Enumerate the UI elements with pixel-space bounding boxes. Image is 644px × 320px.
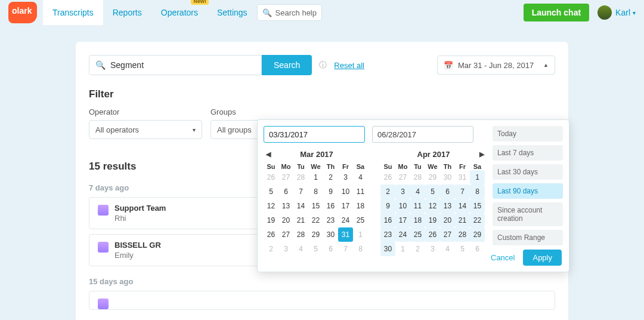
calendar-day[interactable]: 22 bbox=[470, 213, 485, 227]
calendar-day[interactable]: 13 bbox=[440, 199, 455, 213]
calendar-day[interactable]: 27 bbox=[278, 170, 293, 184]
calendar-day[interactable]: 9 bbox=[380, 199, 395, 213]
date-range-button[interactable]: 📅 Mar 31 - Jun 28, 2017 ▲ bbox=[437, 56, 555, 75]
calendar-day[interactable]: 15 bbox=[470, 199, 485, 213]
calendar-day[interactable]: 1 bbox=[470, 170, 485, 184]
calendar-day[interactable]: 10 bbox=[395, 199, 410, 213]
calendar-day[interactable]: 2 bbox=[323, 170, 338, 184]
calendar-day[interactable]: 2 bbox=[410, 242, 425, 256]
reset-all-link[interactable]: Reset all bbox=[334, 61, 364, 70]
calendar-day[interactable]: 6 bbox=[278, 184, 293, 199]
calendar-day[interactable]: 2 bbox=[264, 242, 278, 256]
calendar-day[interactable]: 9 bbox=[323, 184, 338, 199]
calendar-day[interactable]: 31 bbox=[455, 170, 470, 184]
calendar-day[interactable]: 24 bbox=[395, 227, 410, 242]
calendar-day[interactable]: 28 bbox=[293, 170, 308, 184]
calendar-day[interactable]: 2 bbox=[380, 184, 395, 199]
nav-settings[interactable]: Settings bbox=[208, 0, 257, 25]
calendar-day[interactable]: 4 bbox=[440, 242, 455, 256]
prev-month-icon[interactable]: ◀ bbox=[264, 149, 273, 160]
calendar-day[interactable]: 19 bbox=[264, 213, 278, 227]
calendar-day[interactable]: 23 bbox=[323, 213, 338, 227]
transcript-row[interactable] bbox=[89, 291, 555, 310]
calendar-day[interactable]: 16 bbox=[380, 213, 395, 227]
calendar-day[interactable]: 18 bbox=[410, 213, 425, 227]
nav-transcripts[interactable]: Transcripts bbox=[43, 0, 103, 25]
preset-since[interactable]: Since account creation bbox=[493, 202, 563, 226]
info-icon[interactable]: ⓘ bbox=[319, 60, 327, 70]
calendar-day[interactable]: 7 bbox=[455, 184, 470, 199]
calendar-day[interactable]: 26 bbox=[425, 227, 440, 242]
help-search[interactable]: 🔍 Search help bbox=[257, 4, 322, 21]
calendar-day[interactable]: 30 bbox=[440, 170, 455, 184]
calendar-day[interactable]: 7 bbox=[293, 184, 308, 199]
preset-custom[interactable]: Custom Range bbox=[493, 230, 563, 245]
calendar-day[interactable]: 27 bbox=[440, 227, 455, 242]
apply-button[interactable]: Apply bbox=[523, 250, 562, 266]
calendar-day[interactable]: 3 bbox=[425, 242, 440, 256]
calendar-day[interactable]: 12 bbox=[264, 199, 278, 213]
calendar-day[interactable]: 3 bbox=[395, 184, 410, 199]
username[interactable]: Karl bbox=[615, 8, 630, 17]
calendar-day[interactable]: 29 bbox=[425, 170, 440, 184]
end-date-input[interactable] bbox=[372, 126, 473, 143]
calendar-day[interactable]: 26 bbox=[264, 227, 278, 242]
calendar-day[interactable]: 24 bbox=[338, 213, 353, 227]
calendar-day[interactable]: 4 bbox=[293, 242, 308, 256]
calendar-day[interactable]: 14 bbox=[455, 199, 470, 213]
launch-chat-button[interactable]: Launch chat bbox=[524, 4, 589, 21]
calendar-day[interactable]: 5 bbox=[308, 242, 323, 256]
nav-operators[interactable]: Operators New! bbox=[151, 0, 208, 25]
calendar-day[interactable]: 12 bbox=[425, 199, 440, 213]
nav-reports[interactable]: Reports bbox=[103, 0, 151, 25]
search-input[interactable]: 🔍 Segment bbox=[89, 55, 262, 75]
calendar-day[interactable]: 30 bbox=[380, 242, 395, 256]
calendar-day[interactable]: 6 bbox=[440, 184, 455, 199]
calendar-day[interactable]: 6 bbox=[470, 242, 485, 256]
calendar-day[interactable]: 19 bbox=[425, 213, 440, 227]
calendar-day[interactable]: 10 bbox=[338, 184, 353, 199]
calendar-day[interactable]: 17 bbox=[395, 213, 410, 227]
search-button[interactable]: Search bbox=[262, 55, 312, 75]
preset-last90[interactable]: Last 90 days bbox=[493, 183, 563, 199]
calendar-day[interactable]: 6 bbox=[323, 242, 338, 256]
calendar-day[interactable]: 1 bbox=[308, 170, 323, 184]
calendar-day[interactable]: 30 bbox=[323, 227, 338, 242]
user-menu-caret-icon[interactable]: ▾ bbox=[633, 10, 636, 16]
cancel-button[interactable]: Cancel bbox=[491, 253, 515, 262]
calendar-day[interactable]: 18 bbox=[353, 199, 368, 213]
calendar-day[interactable]: 27 bbox=[278, 227, 293, 242]
calendar-day[interactable]: 14 bbox=[293, 199, 308, 213]
start-date-input[interactable] bbox=[264, 126, 365, 143]
preset-last30[interactable]: Last 30 days bbox=[493, 164, 563, 180]
calendar-day[interactable]: 25 bbox=[410, 227, 425, 242]
operator-dropdown[interactable]: All operators ▾ bbox=[89, 120, 202, 139]
next-month-icon[interactable]: ▶ bbox=[477, 149, 487, 160]
calendar-day[interactable]: 8 bbox=[308, 184, 323, 199]
calendar-day[interactable]: 20 bbox=[278, 213, 293, 227]
calendar-day[interactable]: 26 bbox=[380, 170, 395, 184]
calendar-day[interactable]: 5 bbox=[425, 184, 440, 199]
calendar-day[interactable]: 28 bbox=[293, 227, 308, 242]
calendar-day[interactable]: 8 bbox=[470, 184, 485, 199]
calendar-day[interactable]: 28 bbox=[455, 227, 470, 242]
calendar-day[interactable]: 3 bbox=[338, 170, 353, 184]
calendar-day[interactable]: 20 bbox=[440, 213, 455, 227]
calendar-day[interactable]: 17 bbox=[338, 199, 353, 213]
calendar-day[interactable]: 4 bbox=[410, 184, 425, 199]
calendar-day[interactable]: 16 bbox=[323, 199, 338, 213]
calendar-day[interactable]: 11 bbox=[410, 199, 425, 213]
calendar-day[interactable]: 25 bbox=[353, 213, 368, 227]
calendar-day[interactable]: 22 bbox=[308, 213, 323, 227]
calendar-day[interactable]: 3 bbox=[278, 242, 293, 256]
preset-today[interactable]: Today bbox=[493, 126, 563, 141]
calendar-day[interactable]: 1 bbox=[353, 227, 368, 242]
calendar-day[interactable]: 29 bbox=[308, 227, 323, 242]
calendar-day[interactable]: 31 bbox=[338, 227, 353, 242]
calendar-day[interactable]: 23 bbox=[380, 227, 395, 242]
calendar-day[interactable]: 8 bbox=[353, 242, 368, 256]
calendar-day[interactable]: 26 bbox=[264, 170, 278, 184]
calendar-day[interactable]: 29 bbox=[470, 227, 485, 242]
calendar-day[interactable]: 11 bbox=[353, 184, 368, 199]
preset-last7[interactable]: Last 7 days bbox=[493, 145, 563, 161]
